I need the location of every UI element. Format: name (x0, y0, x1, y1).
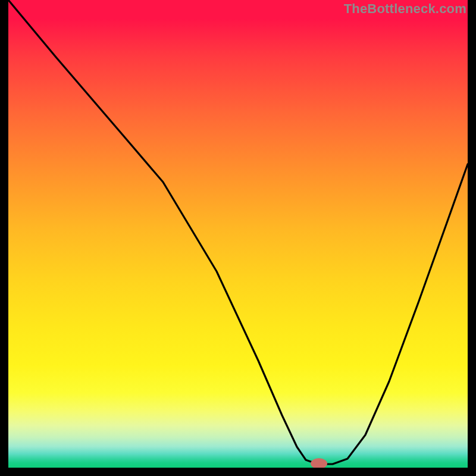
bottleneck-curve (8, 0, 468, 464)
watermark-text: TheBottleneck.com (344, 1, 466, 17)
plot-area (8, 0, 468, 468)
optimal-point-marker (311, 458, 327, 468)
chart-svg (8, 0, 468, 468)
